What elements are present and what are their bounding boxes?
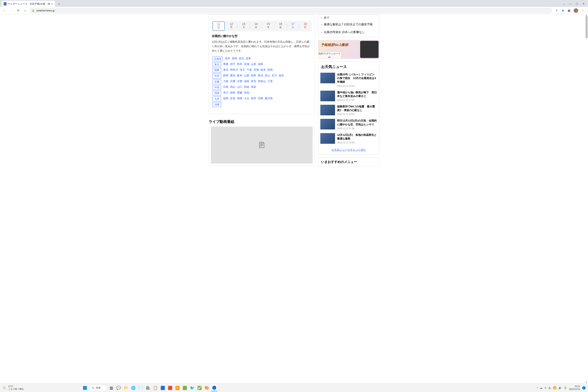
address-bar[interactable]: 🔒 weathernews.jp [30,8,552,14]
scrollbar-thumb[interactable] [586,16,588,38]
date-tab[interactable]: 13火 [238,22,250,30]
news-headline: 週中頃から強い寒気が南下 西日本など真冬並みの寒さに [337,91,377,98]
region-link[interactable]: 福島 [258,62,263,66]
region-link[interactable]: 道東 [246,56,251,60]
region-link[interactable]: 岡山 [230,85,236,89]
region-label[interactable]: 近畿 [212,80,221,84]
region-link[interactable]: 宮崎 [258,96,263,100]
profile-avatar[interactable] [574,8,578,13]
date-selector: 11日12月13火14水15木16金17土18日 [212,20,312,32]
news-item[interactable]: 福島県沖でM4.7の地震 最大震度3 津波の心配なし2022.12.11 18:… [318,103,379,117]
region-link[interactable]: 長崎 [237,96,242,100]
region-link[interactable]: 三重 [268,80,273,83]
close-tab-icon[interactable]: × [51,2,53,6]
region-label[interactable]: 東北 [212,62,221,67]
region-link[interactable]: 秋田 [237,62,242,66]
region-label[interactable]: 関東 [212,68,221,73]
region-link[interactable]: 山梨 [244,74,249,78]
region-link[interactable]: 栃木 [260,68,266,72]
maximize-button[interactable]: ▢ [574,1,580,6]
region-label[interactable]: 四国 [212,91,221,96]
topic-item[interactable]: 最適な服装は？10日先までの服装予報 [318,20,379,28]
home-button[interactable]: ⌂ [22,8,28,13]
region-link[interactable]: 道南 [232,56,237,60]
chevron-down-icon[interactable]: ⌄ [561,1,567,6]
region-link[interactable]: 大分 [244,96,249,100]
date-tab[interactable]: 16金 [275,22,286,30]
region-link[interactable]: 佐賀 [230,96,236,100]
region-label[interactable]: 北海道 [212,56,223,61]
topic-item[interactable]: あり [318,15,379,20]
date-tab[interactable]: 18日 [300,22,311,30]
region-link[interactable]: 滋賀 [244,80,249,83]
news-item[interactable]: 台風25号（パカー）フィリピンの東で発生 12月の台風発生は4年連続2022.1… [318,71,379,89]
forward-button[interactable]: → [8,8,14,13]
region-link[interactable]: 福岡 [223,96,228,100]
close-window-button[interactable]: ✕ [581,1,586,6]
promo-banner[interactable]: 予報精度No.1獲得! 無料でダウンロード ▸▸ [318,40,379,59]
region-link[interactable]: 岩手 [230,62,236,66]
region-link[interactable]: 奈良 [251,80,256,83]
region-link[interactable]: 石川 [272,74,277,78]
region-link[interactable]: 徳島 [230,91,236,94]
date-tab[interactable]: 17土 [287,22,299,30]
region-link[interactable]: 道央 [225,56,230,60]
region-link[interactable]: 青森 [223,62,228,66]
new-tab-button[interactable]: + [56,1,62,7]
region-link[interactable]: 群馬 [268,68,273,72]
region-link[interactable]: 高知 [244,91,249,94]
scrollbar[interactable]: ▲ ▼ [585,14,588,384]
region-link[interactable]: 茨城 [254,68,259,72]
extensions-icon[interactable]: ▣ [566,8,572,13]
region-link[interactable]: 熊本 [251,96,256,100]
region-link[interactable]: 鹿児島 [265,96,273,100]
minimize-button[interactable]: — [568,1,573,6]
region-link[interactable]: 富山 [265,74,270,78]
region-label[interactable]: 中部 [212,74,221,78]
back-button[interactable]: ← [2,8,7,13]
region-link[interactable]: 新潟 [258,74,263,78]
date-tab[interactable]: 11日 [212,22,225,30]
region-link[interactable]: 神奈川 [230,68,238,72]
region-link[interactable]: 大阪 [223,80,228,83]
region-link[interactable]: 広島 [223,85,228,89]
region-link[interactable]: 岐阜 [237,74,242,78]
reload-button[interactable]: ⟳ [16,8,21,13]
region-link[interactable]: 宮城 [244,62,249,66]
region-link[interactable]: 島根 [244,85,249,89]
region-label[interactable]: 中国 [212,85,221,90]
region-link[interactable]: 和歌山 [258,80,266,83]
region-link[interactable]: 山口 [237,85,242,89]
region-link[interactable]: 東京 [223,68,228,72]
news-item[interactable]: 明日12月12日(月)の天気 全国的に穏やかな空、空気はヒンヤリ2022.12.… [318,117,379,131]
date-tab[interactable]: 14水 [250,22,262,30]
region-label[interactable]: 沖縄 [212,102,221,107]
topic-item[interactable]: 台風25号発生 日本への影響なし [318,28,379,36]
news-more-link[interactable]: お天気ニュースをもっと読む [318,145,379,154]
news-item[interactable]: 週中頃から強い寒気が南下 西日本など真冬並みの寒さに2022.12.11 17:… [318,89,379,103]
region-link[interactable]: 長野 [251,74,256,78]
region-link[interactable]: 京都 [237,80,242,83]
video-placeholder[interactable]: 🖹 [211,127,312,164]
news-item[interactable]: 12月12日(月) 各地の気温変化と最適な服装2022.12.11 16:55 [318,131,379,145]
browser-tab[interactable]: WN ウェザーニュース - 天気予報(台風・地 × [2,1,55,7]
region-link[interactable]: 鳥取 [251,85,256,89]
broken-image-icon: ▫ [212,17,312,20]
share-icon[interactable]: ⇪ [554,8,560,13]
region-link[interactable]: 埼玉 [240,68,245,72]
region-link[interactable]: 千葉 [247,68,252,72]
region-link[interactable]: 山形 [251,62,256,66]
scroll-down-icon[interactable]: ▼ [585,382,588,384]
region-link[interactable]: 静岡 [223,74,228,78]
region-link[interactable]: 道北 [239,56,244,60]
region-label[interactable]: 九州 [212,96,221,101]
region-link[interactable]: 愛知 [230,74,236,78]
region-link[interactable]: 福井 [279,74,284,78]
menu-icon[interactable]: ⋮ [580,8,586,13]
bookmark-star-icon[interactable]: ★ [562,8,564,12]
date-tab[interactable]: 12月 [226,22,237,30]
region-link[interactable]: 香川 [223,91,228,94]
date-tab[interactable]: 15木 [262,22,274,30]
region-link[interactable]: 愛媛 [237,91,242,94]
region-link[interactable]: 兵庫 [230,80,236,83]
